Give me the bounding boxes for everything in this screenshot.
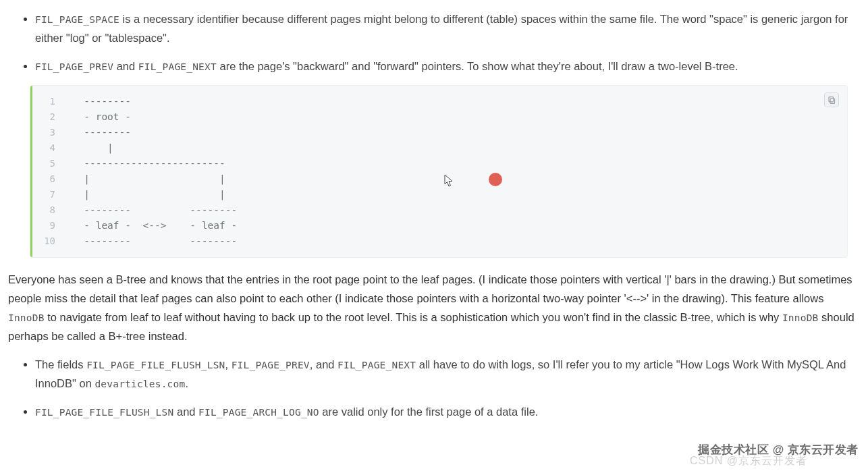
text: . bbox=[185, 377, 188, 389]
code-content: -------- - root - -------- | -----------… bbox=[61, 86, 847, 257]
bullet-fil-page-space: FIL_PAGE_SPACE is a necessary identifier… bbox=[35, 9, 860, 47]
code-line: | bbox=[66, 140, 842, 156]
paragraph-btree-explain: Everyone has seen a B-tree and knows tha… bbox=[8, 270, 860, 345]
bullet-fil-page-prev-next: FIL_PAGE_PREV and FIL_PAGE_NEXT are the … bbox=[35, 57, 860, 76]
text: , bbox=[225, 358, 232, 370]
code-prev: FIL_PAGE_PREV bbox=[232, 360, 310, 370]
line-number: 5 bbox=[32, 156, 55, 171]
code-line-gutter: 12345678910 bbox=[32, 86, 61, 257]
code-line: -------- -------- bbox=[66, 202, 842, 218]
code-flush-lsn-2: FIL_PAGE_FILE_FLUSH_LSN bbox=[35, 407, 173, 418]
line-number: 1 bbox=[32, 94, 55, 109]
code-line: | | bbox=[66, 171, 842, 187]
svg-rect-1 bbox=[829, 96, 834, 101]
bullet-log-fields: The fields FIL_PAGE_FILE_FLUSH_LSN, FIL_… bbox=[35, 355, 860, 393]
bottom-bullet-list: The fields FIL_PAGE_FILE_FLUSH_LSN, FIL_… bbox=[8, 355, 860, 421]
text: and bbox=[113, 60, 138, 72]
text: are the page's "backward" and "forward" … bbox=[217, 60, 738, 72]
text: , and bbox=[310, 358, 337, 370]
code-flush-lsn: FIL_PAGE_FILE_FLUSH_LSN bbox=[86, 360, 225, 370]
code-line: ------------------------ bbox=[66, 156, 842, 171]
text: Everyone has seen a B-tree and knows tha… bbox=[8, 273, 852, 304]
code-line: -------- -------- bbox=[66, 233, 842, 249]
line-number: 3 bbox=[32, 125, 55, 140]
code-fil-page-prev: FIL_PAGE_PREV bbox=[35, 61, 113, 72]
code-line: -------- bbox=[66, 94, 842, 109]
code-next: FIL_PAGE_NEXT bbox=[337, 360, 416, 370]
text: and bbox=[173, 406, 198, 418]
line-number: 9 bbox=[32, 218, 55, 233]
line-number: 8 bbox=[32, 202, 55, 218]
code-fil-page-next: FIL_PAGE_NEXT bbox=[138, 61, 217, 72]
code-arch-log-no: FIL_PAGE_ARCH_LOG_NO bbox=[198, 407, 319, 418]
code-block-btree: 12345678910 -------- - root - -------- |… bbox=[30, 85, 848, 258]
line-number: 10 bbox=[32, 233, 55, 249]
code-innodb-2: InnoDB bbox=[782, 312, 819, 323]
watermark-csdn: CSDN @京东云开发者 bbox=[690, 454, 807, 468]
article-body: FIL_PAGE_SPACE is a necessary identifier… bbox=[0, 0, 868, 439]
text: The fields bbox=[35, 358, 86, 370]
copy-icon[interactable] bbox=[824, 92, 839, 107]
code-devarticles: devarticles.com bbox=[94, 379, 185, 389]
svg-rect-0 bbox=[830, 99, 835, 103]
top-bullet-list: FIL_PAGE_SPACE is a necessary identifier… bbox=[8, 9, 860, 76]
text: to navigate from leaf to leaf without ha… bbox=[45, 311, 782, 323]
text: is a necessary identifier because differ… bbox=[35, 13, 848, 44]
text: are valid only for the first page of a d… bbox=[319, 406, 539, 418]
watermark-juejin: 掘金技术社区 @ 京东云开发者 bbox=[698, 442, 859, 458]
line-number: 2 bbox=[32, 109, 55, 125]
code-fil-page-space: FIL_PAGE_SPACE bbox=[35, 14, 119, 25]
line-number: 7 bbox=[32, 187, 55, 202]
code-line: -------- bbox=[66, 125, 842, 140]
code-line: | | bbox=[66, 187, 842, 202]
line-number: 4 bbox=[32, 140, 55, 156]
code-line: - leaf - <--> - leaf - bbox=[66, 218, 842, 233]
line-number: 6 bbox=[32, 171, 55, 187]
code-innodb-1: InnoDB bbox=[8, 312, 45, 323]
bullet-flush-lsn-arch: FIL_PAGE_FILE_FLUSH_LSN and FIL_PAGE_ARC… bbox=[35, 402, 860, 421]
code-line: - root - bbox=[66, 109, 842, 125]
